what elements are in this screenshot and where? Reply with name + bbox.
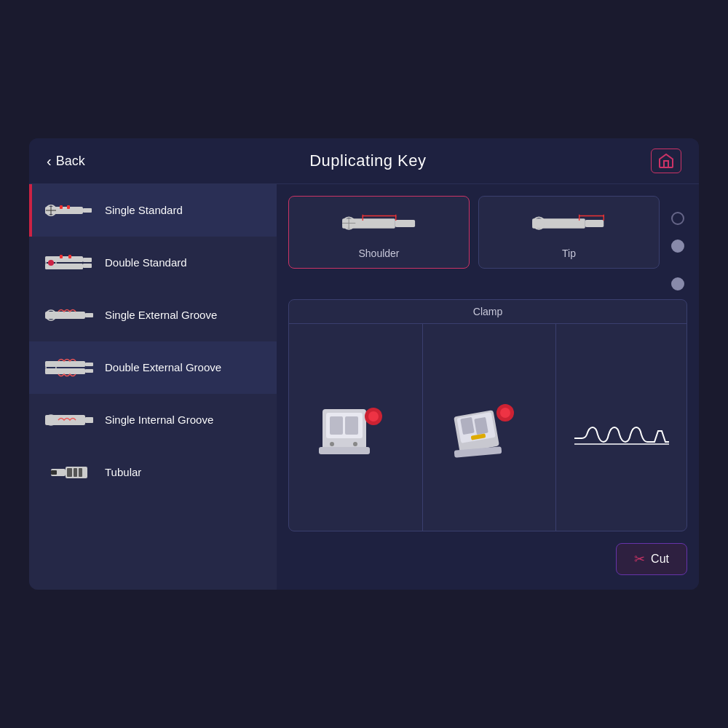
sidebar-item-single-internal-groove[interactable]: Single Internal Groove — [29, 394, 277, 446]
sidebar-item-double-external-groove[interactable]: Double External Groove — [29, 341, 277, 394]
header: ‹ Back Duplicating Key — [29, 138, 699, 184]
svg-rect-11 — [83, 264, 92, 268]
svg-rect-5 — [60, 205, 63, 209]
clamp-machine-1-icon — [319, 395, 392, 460]
svg-rect-6 — [67, 205, 70, 209]
page-title: Duplicating Key — [309, 151, 426, 170]
cut-icon: ✂ — [634, 551, 645, 567]
svg-rect-22 — [85, 369, 93, 373]
svg-rect-10 — [83, 258, 92, 262]
svg-point-15 — [48, 260, 54, 266]
tip-label: Tip — [562, 248, 576, 259]
tubular-icon — [44, 457, 95, 488]
svg-rect-44 — [585, 220, 603, 227]
sidebar-item-double-standard-label: Double Standard — [105, 256, 187, 270]
svg-point-59 — [353, 442, 357, 446]
svg-rect-20 — [45, 368, 85, 374]
svg-rect-57 — [319, 447, 370, 454]
svg-rect-19 — [45, 361, 85, 367]
svg-rect-1 — [83, 208, 92, 213]
sidebar-item-single-standard-label: Single Standard — [105, 203, 183, 218]
wave-shape-icon — [571, 402, 673, 453]
svg-point-65 — [500, 408, 510, 418]
shoulder-label: Shoulder — [358, 248, 399, 259]
sidebar-item-single-external-groove[interactable]: Single External Groove — [29, 289, 277, 341]
body: Single Standard — [29, 184, 699, 590]
right-content: Shoulder — [277, 184, 699, 590]
shoulder-key-preview — [336, 205, 423, 242]
sidebar-item-single-external-groove-label: Single External Groove — [105, 308, 217, 323]
sidebar-item-single-internal-groove-label: Single Internal Groove — [105, 413, 213, 427]
single-standard-icon — [44, 195, 95, 226]
sidebar-item-double-standard[interactable]: Double Standard — [29, 237, 277, 289]
svg-point-56 — [368, 411, 379, 422]
svg-rect-17 — [85, 313, 93, 317]
back-label: Back — [56, 154, 85, 169]
clamp-section: Clamp — [288, 299, 687, 531]
clamp-option-1[interactable] — [289, 324, 423, 531]
svg-rect-53 — [330, 416, 343, 435]
double-standard-icon — [44, 248, 95, 278]
sidebar: Single Standard — [29, 184, 277, 590]
home-icon — [657, 152, 675, 170]
single-external-groove-icon — [44, 300, 95, 331]
app-container: ‹ Back Duplicating Key — [0, 0, 728, 728]
radio-tip[interactable] — [671, 240, 684, 253]
svg-rect-31 — [79, 468, 82, 477]
home-button[interactable] — [651, 149, 681, 173]
clamp-option-2[interactable] — [423, 324, 557, 531]
svg-point-58 — [330, 442, 334, 446]
back-button[interactable]: ‹ Back — [47, 153, 85, 170]
radio-extra[interactable] — [671, 277, 684, 290]
sidebar-item-tubular-label: Tubular — [105, 465, 141, 480]
double-external-groove-icon — [44, 352, 95, 383]
radio-shoulder[interactable] — [671, 212, 684, 225]
sidebar-item-single-standard[interactable]: Single Standard — [29, 184, 277, 237]
tip-key-preview — [526, 205, 613, 242]
clamp-machine-2-icon — [453, 395, 526, 460]
svg-rect-29 — [67, 468, 72, 477]
main-panel: ‹ Back Duplicating Key — [29, 138, 699, 590]
svg-rect-16 — [45, 312, 85, 319]
svg-rect-25 — [85, 417, 93, 423]
cut-button-label: Cut — [651, 553, 669, 566]
svg-rect-24 — [45, 415, 85, 425]
back-chevron-icon: ‹ — [47, 153, 52, 170]
svg-rect-32 — [51, 470, 57, 475]
tip-card[interactable]: Tip — [478, 196, 660, 269]
cut-row: ✂ Cut — [288, 540, 687, 578]
sidebar-item-double-external-groove-label: Double External Groove — [105, 360, 221, 375]
svg-rect-43 — [532, 218, 585, 229]
position-row: Shoulder — [288, 196, 687, 269]
clamp-header: Clamp — [289, 300, 687, 324]
cut-button[interactable]: ✂ Cut — [616, 543, 687, 575]
svg-rect-34 — [395, 220, 414, 227]
shoulder-card[interactable]: Shoulder — [288, 196, 470, 269]
sidebar-item-tubular[interactable]: Tubular — [29, 446, 277, 499]
svg-rect-54 — [345, 416, 358, 435]
clamp-wave-preview — [556, 395, 687, 460]
svg-rect-13 — [60, 255, 63, 258]
svg-rect-21 — [85, 363, 93, 366]
svg-rect-14 — [68, 255, 71, 258]
single-internal-groove-icon — [44, 405, 95, 435]
clamp-body — [289, 324, 687, 531]
svg-rect-30 — [74, 468, 77, 477]
radio-column — [668, 212, 687, 253]
